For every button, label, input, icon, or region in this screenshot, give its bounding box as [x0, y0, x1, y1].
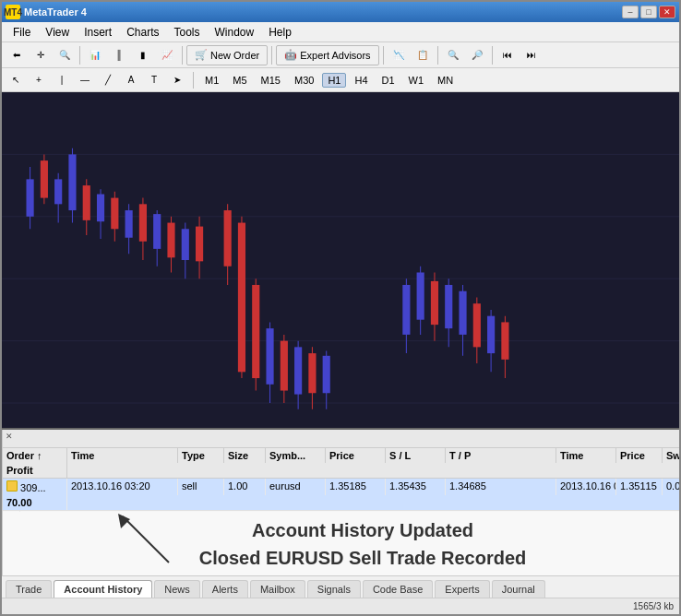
col-symbol: Symb...	[266, 448, 326, 463]
col-type: Type	[178, 448, 224, 463]
tab-alerts[interactable]: Alerts	[202, 580, 248, 598]
col-price2: Price	[616, 448, 663, 463]
tf-m15[interactable]: M15	[256, 73, 286, 88]
svg-rect-49	[402, 285, 410, 335]
minimize-button[interactable]: –	[622, 6, 639, 18]
terminal-header-row: ✕	[3, 430, 679, 448]
line-tool[interactable]: |	[52, 71, 72, 89]
menu-view[interactable]: View	[38, 24, 77, 41]
tf-h4[interactable]: H4	[349, 73, 373, 88]
new-order-button[interactable]: 🛒 New Order	[186, 45, 268, 65]
annotation-arrow	[114, 512, 224, 567]
cell-profit: 70.00	[3, 495, 67, 510]
toolbar-main: ⬅ ✛ 🔍 📊 ║ ▮ 📈 🛒 New Order 🤖 Expert Advis…	[2, 42, 679, 68]
terminal-content: ✕ Order ↑ Time Type Size Symb... Price S…	[3, 430, 679, 575]
tf-h1[interactable]: H1	[322, 73, 346, 88]
cell-sl: 1.35435	[386, 479, 446, 495]
menu-file[interactable]: File	[6, 24, 38, 41]
menu-window[interactable]: Window	[208, 24, 262, 41]
app-icon: MT4	[6, 5, 20, 19]
main-window: MT4 MetaTrader 4 – □ ✕ File View Insert …	[0, 0, 681, 616]
status-right: 1565/3 kb	[633, 601, 674, 611]
trendline-tool[interactable]: ╱	[98, 71, 118, 89]
col-time2: Time	[556, 448, 616, 463]
separator-tf	[193, 72, 194, 89]
tf-m30[interactable]: M30	[289, 73, 319, 88]
tf-mn[interactable]: MN	[432, 73, 459, 88]
toolbar-line[interactable]: 📈	[156, 45, 178, 65]
nav-btn-1[interactable]: ⏮	[496, 45, 519, 65]
tab-codebase[interactable]: Code Base	[363, 580, 433, 598]
col-size: Size	[224, 448, 266, 463]
close-button[interactable]: ✕	[659, 6, 675, 18]
col-swap: Swap	[663, 448, 679, 463]
cell-close-time: 2013.10.16 04:52	[556, 479, 616, 495]
svg-rect-11	[54, 179, 62, 204]
menu-insert[interactable]: Insert	[77, 24, 119, 41]
tab-experts[interactable]: Experts	[435, 580, 489, 598]
tab-trade[interactable]: Trade	[6, 580, 52, 598]
nav-btn-2[interactable]: ⏭	[520, 45, 543, 65]
toolbar-chart-type[interactable]: 📊	[84, 45, 106, 65]
svg-rect-31	[196, 227, 203, 262]
cell-size: 1.00	[224, 479, 266, 495]
separator-2	[182, 46, 183, 65]
svg-rect-7	[27, 179, 34, 216]
zoom-in-btn[interactable]: 🔎	[466, 45, 488, 65]
tab-account-history[interactable]: Account History	[54, 580, 152, 598]
tf-w1[interactable]: W1	[403, 73, 430, 88]
tab-journal[interactable]: Journal	[492, 580, 545, 598]
toolbar-bar[interactable]: ║	[108, 45, 130, 65]
svg-rect-13	[68, 154, 76, 210]
terminal-panel: Terminal ✕ Order ↑ Time Type Siz	[2, 428, 679, 575]
toolbar-arrow[interactable]: ⬅	[6, 45, 28, 65]
chart-area[interactable]	[2, 92, 679, 428]
menu-bar: File View Insert Charts Tools Window Hel…	[2, 22, 679, 42]
toolbar-candle[interactable]: ▮	[132, 45, 154, 65]
text-tool[interactable]: A	[121, 71, 141, 89]
window-title: MetaTrader 4	[24, 6, 87, 18]
hline-tool[interactable]: —	[75, 71, 95, 89]
menu-tools[interactable]: Tools	[167, 24, 208, 41]
svg-rect-33	[224, 210, 232, 267]
tf-d1[interactable]: D1	[376, 73, 400, 88]
maximize-button[interactable]: □	[640, 6, 657, 18]
toolbar-zoom-in[interactable]: 🔍	[54, 45, 76, 65]
zoom-out-btn[interactable]: 🔍	[442, 45, 464, 65]
table-header: Order ↑ Time Type Size Symb... Price S /…	[3, 448, 679, 479]
table-row[interactable]: 309... 2013.10.16 03:20 sell 1.00 eurusd…	[3, 479, 679, 511]
tab-signals[interactable]: Signals	[307, 580, 361, 598]
tab-news[interactable]: News	[154, 580, 200, 598]
crosshair-tool[interactable]: +	[29, 71, 49, 89]
tf-m1[interactable]: M1	[199, 73, 224, 88]
svg-rect-43	[294, 347, 302, 394]
svg-rect-51	[417, 272, 424, 319]
svg-rect-35	[238, 223, 245, 373]
terminal-close-btn[interactable]: ✕	[3, 430, 16, 443]
separator-6	[492, 46, 493, 65]
new-order-icon: 🛒	[195, 49, 208, 61]
col-sl: S / L	[386, 448, 446, 463]
svg-rect-23	[139, 204, 147, 241]
col-time: Time	[67, 448, 178, 463]
bottom-tabs: Trade Account History News Alerts Mailbo…	[2, 575, 679, 598]
templates-btn[interactable]: 📋	[412, 45, 434, 65]
menu-help[interactable]: Help	[261, 24, 299, 41]
tab-mailbox[interactable]: Mailbox	[250, 580, 305, 598]
svg-rect-29	[182, 229, 189, 260]
cell-open-time: 2013.10.16 03:20	[67, 479, 178, 495]
svg-line-64	[123, 516, 169, 563]
arrow-tool[interactable]: ➤	[167, 71, 187, 89]
svg-rect-63	[501, 322, 508, 359]
indicators-btn[interactable]: 📉	[388, 45, 410, 65]
cursor-tool[interactable]: ↖	[6, 71, 26, 89]
menu-charts[interactable]: Charts	[119, 24, 166, 41]
title-bar-left: MT4 MetaTrader 4	[6, 5, 87, 19]
order-icon	[6, 480, 18, 492]
cell-type: sell	[178, 479, 224, 495]
svg-rect-61	[487, 316, 495, 353]
tf-m5[interactable]: M5	[227, 73, 252, 88]
toolbar-crosshair[interactable]: ✛	[30, 45, 52, 65]
expert-advisors-button[interactable]: 🤖 Expert Advisors	[276, 45, 378, 65]
text2-tool[interactable]: T	[144, 71, 164, 89]
